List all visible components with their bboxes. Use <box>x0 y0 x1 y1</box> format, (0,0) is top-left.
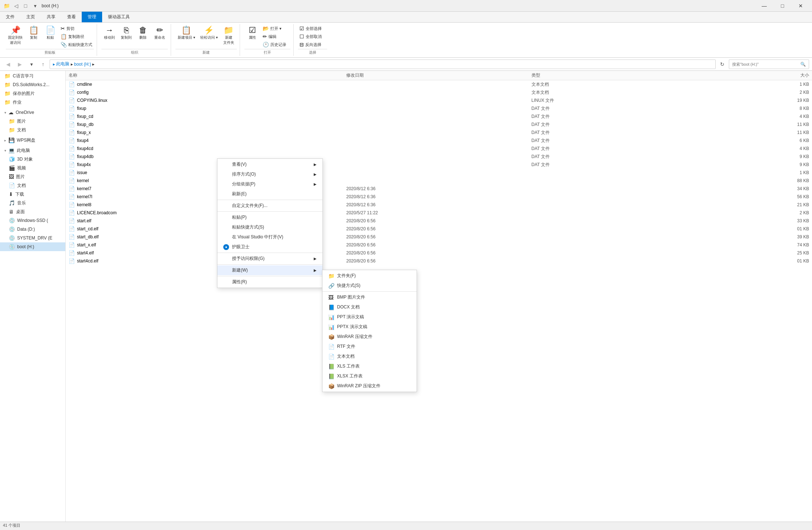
new-xlsx-item[interactable]: 📗 XLSX 工作表 <box>322 371 417 381</box>
ctx-refresh[interactable]: 刷新(E) <box>217 189 322 199</box>
new-xls-item[interactable]: 📗 XLS 工作表 <box>322 361 417 371</box>
table-row[interactable]: 📄kernel8 2020/8/12 6:36 21 KB <box>66 201 812 209</box>
ctx-sort[interactable]: 排序方式(O) ▶ <box>217 169 322 179</box>
table-row[interactable]: 📄fixup DAT 文件 8 KB <box>66 104 812 112</box>
table-row[interactable]: 📄start4.elf 2020/8/20 6:56 25 KB <box>66 249 812 257</box>
history-button[interactable]: 🕐 历史记录 <box>261 41 290 48</box>
sidebar-item-windows-ssd[interactable]: 💿 Windows-SSD ( <box>0 216 65 225</box>
ctx-properties[interactable]: 属性(R) <box>217 277 322 287</box>
new-bmp-item[interactable]: 🖼 BMP 图片文件 <box>322 292 417 302</box>
sidebar-item-downloads[interactable]: ⬇ 下载 <box>0 190 65 199</box>
table-row[interactable]: 📄start_x.elf 2020/8/20 6:56 74 KB <box>66 241 812 249</box>
sidebar-item-system[interactable]: 💿 SYSTEM_DRV (E <box>0 234 65 242</box>
edit-button[interactable]: ✏ 编辑 <box>261 33 290 40</box>
sidebar-item-boot[interactable]: 💿 boot (H:) <box>0 242 65 251</box>
new-item-button[interactable]: 📋 新建项目 ▾ <box>175 25 197 42</box>
ctx-paste[interactable]: 粘贴(P) <box>217 212 322 222</box>
sidebar-item-onedrive-pics[interactable]: 📁 图片 <box>0 117 65 126</box>
new-folder-item[interactable]: 📁 文件夹(F) <box>322 271 417 281</box>
new-rtf-item[interactable]: 📄 RTF 文件 <box>322 342 417 352</box>
table-row[interactable]: 📄fixup_db DAT 文件 11 KB <box>66 120 812 128</box>
minimize-button[interactable]: — <box>756 0 773 12</box>
delete-button[interactable]: 🗑 删除 <box>135 25 151 42</box>
table-row[interactable]: 📄start4cd.elf 2020/8/20 6:56 01 KB <box>66 257 812 265</box>
table-row[interactable]: 📄fixup4cd DAT 文件 4 KB <box>66 145 812 153</box>
path-computer[interactable]: 此电脑 <box>56 61 69 67</box>
table-row[interactable]: 📄LICENCE.broadcom 2020/5/27 11:22 2 KB <box>66 209 812 217</box>
properties-button[interactable]: ☑ 属性 <box>244 25 260 42</box>
ctx-eye-guard[interactable]: ● 护眼卫士 <box>217 242 322 252</box>
col-date[interactable]: 修改日期 <box>346 72 531 78</box>
tab-file[interactable]: 文件 <box>0 12 20 22</box>
rename-button[interactable]: ✏ 重命名 <box>152 25 168 42</box>
new-zip-item[interactable]: 📦 WinRAR ZIP 压缩文件 <box>322 381 417 391</box>
window-icon[interactable]: 📁 <box>3 2 10 9</box>
table-row[interactable]: 📄COPYING.linux LINUX 文件 19 KB <box>66 96 812 104</box>
move-to-button[interactable]: → 移动到 <box>101 25 117 42</box>
up-button[interactable]: ↑ <box>38 59 48 69</box>
close-button[interactable]: ✕ <box>792 0 809 12</box>
table-row[interactable]: 📄kernel7l 2020/8/12 6:36 56 KB <box>66 193 812 201</box>
tab-view[interactable]: 查看 <box>61 12 82 22</box>
table-row[interactable]: 📄fixup4 DAT 文件 6 KB <box>66 137 812 145</box>
tab-manage[interactable]: 管理 <box>82 12 102 22</box>
ctx-new[interactable]: 新建(W) ▶ <box>217 265 322 275</box>
table-row[interactable]: 📄fixup4x DAT 文件 9 KB <box>66 161 812 169</box>
ctx-paste-shortcut[interactable]: 粘贴快捷方式(S) <box>217 222 322 232</box>
table-row[interactable]: 📄fixup4db DAT 文件 9 KB <box>66 153 812 161</box>
copy-button[interactable]: 📋 复制 <box>26 25 42 42</box>
copy-path-button[interactable]: 📋 复制路径 <box>59 33 94 40</box>
refresh-button[interactable]: ↻ <box>717 59 727 69</box>
ctx-group[interactable]: 分组依据(P) ▶ <box>217 179 322 189</box>
pin-quick-access-button[interactable]: 📌 固定到快速访问 <box>6 25 25 47</box>
maximize-button[interactable]: □ <box>774 0 791 12</box>
sidebar-item-savedpics[interactable]: 📁 保存的图片 <box>0 89 65 98</box>
new-shortcut-item[interactable]: 🔗 快捷方式(S) <box>322 281 417 291</box>
ctx-grant-access[interactable]: 授予访问权限(G) ▶ <box>217 254 322 264</box>
col-name[interactable]: 名称 <box>69 72 346 78</box>
copy-to-button[interactable]: ⎘ 复制到 <box>118 25 134 42</box>
open-button[interactable]: 📂 打开 ▾ <box>261 25 290 32</box>
path-drive[interactable]: boot (H:) <box>74 62 91 67</box>
new-pptx-item[interactable]: 📊 PPTX 演示文稿 <box>322 322 417 332</box>
new-docx-item[interactable]: 📘 DOCX 文档 <box>322 302 417 312</box>
sidebar-item-wps[interactable]: ▸ 💾 WPS网盘 <box>0 136 65 145</box>
table-row[interactable]: 📄start_cd.elf 2020/8/20 6:56 01 KB <box>66 225 812 233</box>
undo-icon[interactable]: ◁ <box>12 2 20 9</box>
expand-button[interactable]: ▾ <box>26 59 36 69</box>
table-row[interactable]: 📄cmdline 文本文档 1 KB <box>66 80 812 88</box>
paste-button[interactable]: 📄 粘贴 <box>42 25 58 42</box>
sidebar-item-music[interactable]: 🎵 音乐 <box>0 199 65 207</box>
tab-drivetool[interactable]: 驱动器工具 <box>102 12 136 22</box>
ctx-customize[interactable]: 自定义文件夹(F)... <box>217 201 322 211</box>
sidebar-item-pics[interactable]: 🖼 图片 <box>0 172 65 181</box>
table-row[interactable]: 📄start.elf 2020/8/20 6:56 33 KB <box>66 217 812 225</box>
col-type[interactable]: 类型 <box>531 72 717 78</box>
cut-button[interactable]: ✂ 剪切 <box>59 25 94 32</box>
ctx-view[interactable]: 查看(V) ▶ <box>217 160 322 169</box>
tab-share[interactable]: 共享 <box>41 12 61 22</box>
forward-button[interactable]: ▶ <box>15 59 25 69</box>
paste-shortcut-button[interactable]: 📎 粘贴快捷方式 <box>59 41 94 48</box>
new-folder-button[interactable]: 📁 新建文件夹 <box>221 25 237 47</box>
search-box[interactable]: 🔍 <box>729 59 809 69</box>
sidebar-item-thispc[interactable]: ▾ 💻 此电脑 <box>0 146 65 155</box>
col-size[interactable]: 大小 <box>716 72 809 78</box>
table-row[interactable]: 📄kernel7 2020/8/12 6:36 34 KB <box>66 185 812 193</box>
invert-selection-button[interactable]: ⊟ 反向选择 <box>298 41 327 48</box>
sidebar-item-video[interactable]: 🎬 视频 <box>0 164 65 172</box>
ctx-vs[interactable]: 在 Visual Studio 中打开(V) <box>217 232 322 242</box>
easy-access-button[interactable]: ⚡ 轻松访问 ▾ <box>198 25 220 42</box>
select-all-button[interactable]: ☑ 全部选择 <box>298 25 327 32</box>
search-input[interactable] <box>732 62 799 66</box>
menu-icon[interactable]: ▾ <box>31 2 39 9</box>
new-ppt-item[interactable]: 📊 PPT 演示文稿 <box>322 312 417 322</box>
table-row[interactable]: 📄config 文本文档 2 KB <box>66 88 812 96</box>
path-root[interactable]: ▸ <box>53 62 55 67</box>
address-path[interactable]: ▸ 此电脑 ▸ boot (H:) ▸ <box>50 59 716 69</box>
sidebar-item-ds[interactable]: 📁 DS.SolidWorks.2... <box>0 80 65 89</box>
sidebar-item-homework[interactable]: 📁 作业 <box>0 98 65 107</box>
table-row[interactable]: 📄kernel 88 KB <box>66 177 812 185</box>
back-button[interactable]: ◀ <box>3 59 13 69</box>
table-row[interactable]: 📄start_db.elf 2020/8/20 6:56 39 KB <box>66 233 812 241</box>
